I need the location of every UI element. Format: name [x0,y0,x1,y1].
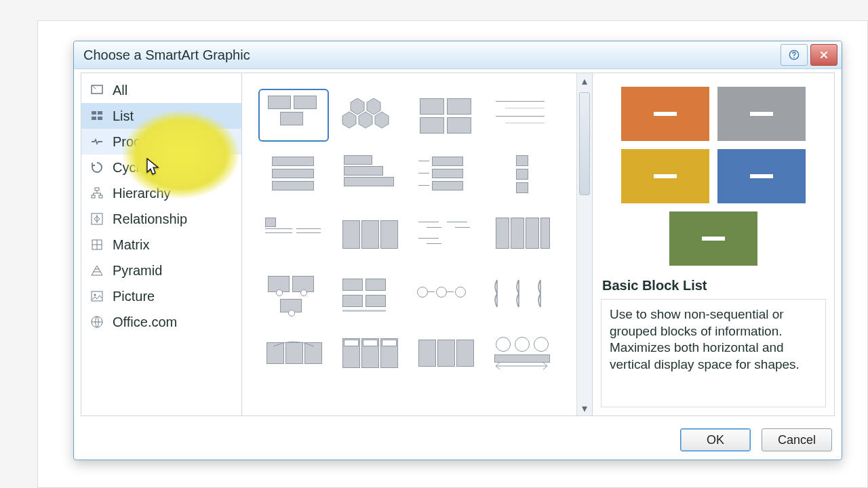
layout-thumb[interactable] [484,205,559,264]
scroll-track[interactable] [577,88,592,401]
scroll-thumb[interactable] [579,92,590,195]
layout-thumb[interactable] [332,324,408,384]
svg-rect-4 [98,111,102,115]
hierarchy-icon [90,186,104,201]
dialog-title: Choose a SmartArt Graphic [74,47,250,63]
preview-block [717,149,806,203]
preview-block [621,87,709,141]
category-label: Matrix [113,237,149,253]
category-hierarchy[interactable]: Hierarchy [81,180,241,206]
category-list-item[interactable]: List [81,103,241,129]
gallery-scrollbar[interactable]: ▴ ▾ [576,73,592,415]
close-button[interactable] [810,44,837,66]
svg-marker-17 [359,112,372,128]
layout-thumb[interactable] [332,205,408,264]
close-icon [818,49,829,60]
layout-thumb[interactable] [332,145,408,205]
layout-gallery: ▴ ▾ [242,73,592,415]
layout-thumb[interactable] [256,264,332,324]
layout-thumb[interactable] [256,384,332,415]
cancel-button[interactable]: Cancel [762,428,832,451]
category-label: Hierarchy [113,186,171,201]
category-officecom[interactable]: Office.com [81,309,241,335]
svg-point-1 [793,57,795,58]
layout-thumb[interactable] [332,85,408,145]
category-picture[interactable]: Picture [81,283,241,309]
layout-thumb[interactable] [332,384,408,415]
svg-rect-8 [92,195,95,198]
layout-thumb[interactable] [332,264,408,324]
category-label: Cycle [113,160,146,176]
globe-icon [90,314,104,329]
layout-thumb[interactable] [484,324,559,384]
svg-rect-12 [92,291,102,301]
all-icon [90,83,104,98]
preview-block [669,211,757,266]
category-pyramid[interactable]: Pyramid [81,258,241,283]
svg-marker-18 [375,112,389,128]
relationship-icon [90,211,104,226]
titlebar: Choose a SmartArt Graphic [74,41,842,69]
help-icon [789,49,800,60]
svg-marker-15 [351,98,364,115]
category-all[interactable]: All [81,77,241,103]
layout-thumb[interactable] [484,384,559,415]
preview-pane: Basic Block List Use to show non-sequent… [592,73,834,415]
preview-title: Basic Block List [593,272,834,296]
category-label: List [113,108,134,124]
category-cycle[interactable]: Cycle [81,155,241,180]
category-label: Office.com [113,314,177,330]
preview-block [717,87,806,141]
layout-thumb[interactable] [256,205,332,264]
dialog-body: All List Process Cycle Hierarchy Relatio… [81,73,835,416]
cycle-icon [90,160,104,175]
layout-thumb[interactable] [408,85,484,145]
layout-thumb[interactable] [484,145,559,205]
category-label: All [113,83,127,98]
svg-rect-6 [98,117,102,120]
pyramid-icon [90,263,104,278]
category-list: All List Process Cycle Hierarchy Relatio… [81,73,242,415]
list-icon [90,108,104,123]
svg-rect-9 [99,195,102,198]
scroll-down-button[interactable]: ▾ [577,401,592,415]
category-matrix[interactable]: Matrix [81,232,241,258]
layout-thumb[interactable] [408,264,484,324]
preview-description: Use to show non-sequential or grouped bl… [601,299,826,407]
layout-grid [242,73,576,415]
smartart-dialog: Choose a SmartArt Graphic All List Proce… [73,41,842,460]
layout-thumb[interactable] [484,264,559,324]
svg-rect-7 [95,188,99,190]
category-relationship[interactable]: Relationship [81,206,241,232]
category-label: Relationship [113,211,187,227]
ok-button[interactable]: OK [680,428,751,451]
svg-rect-5 [92,117,96,120]
svg-rect-3 [92,111,96,115]
matrix-icon [90,237,104,252]
layout-thumb[interactable] [256,85,332,145]
svg-marker-19 [342,112,356,128]
layout-thumb[interactable] [256,145,332,205]
layout-thumb[interactable] [408,145,484,205]
category-label: Pyramid [113,263,162,279]
preview-block [621,149,709,203]
svg-point-13 [94,294,96,296]
category-label: Picture [113,289,155,304]
dialog-footer: OK Cancel [74,420,842,460]
svg-marker-16 [367,98,380,115]
layout-thumb[interactable] [408,324,484,384]
scroll-up-button[interactable]: ▴ [577,73,592,88]
picture-icon [90,289,104,304]
layout-thumb[interactable] [484,85,559,145]
help-button[interactable] [781,44,808,66]
process-icon [90,134,104,149]
category-label: Process [113,134,161,150]
layout-thumb[interactable] [408,384,484,415]
layout-thumb[interactable] [408,205,484,264]
category-process[interactable]: Process [81,129,241,155]
preview-graphic [593,73,834,272]
layout-thumb[interactable] [256,324,332,384]
